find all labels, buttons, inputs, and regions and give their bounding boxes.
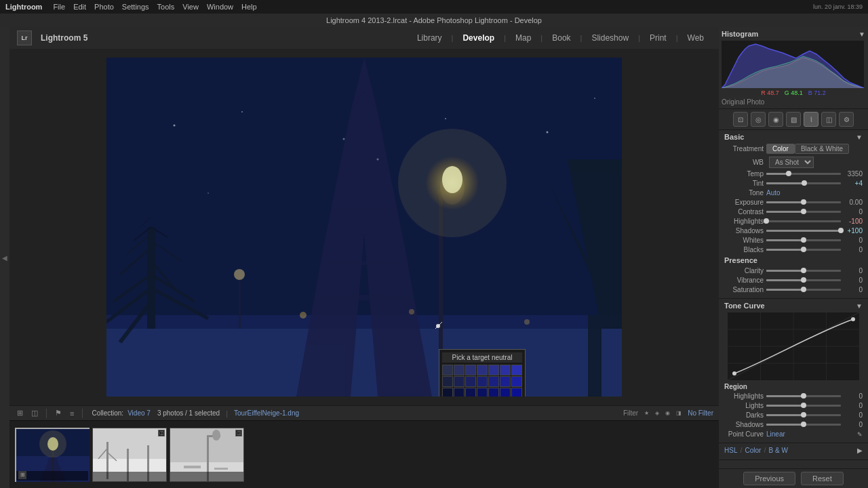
color-btn[interactable]: Color: [766, 144, 795, 154]
picker-grid[interactable]: [442, 365, 522, 396]
picker-cell[interactable]: [477, 365, 488, 375]
tool-hsl[interactable]: ◫: [821, 112, 836, 127]
system-status: lun. 20 janv. 18:39: [813, 3, 863, 10]
tone-curve-canvas[interactable]: [728, 312, 859, 380]
tool-curve[interactable]: ⌇: [804, 112, 818, 127]
picker-cell[interactable]: [500, 365, 511, 375]
nav-print[interactable]: Print: [643, 30, 673, 45]
toolbar-sort-icon[interactable]: ≡: [68, 409, 76, 418]
tool-gradient[interactable]: ▨: [786, 112, 801, 127]
collection-name[interactable]: Video 7: [127, 409, 151, 417]
filmstrip-thumb-2[interactable]: ◫: [92, 428, 167, 482]
point-curve-edit-icon[interactable]: ✎: [857, 431, 863, 438]
hsl-section-header[interactable]: HSL / Color / B & W ▶: [724, 446, 863, 454]
nav-web[interactable]: Web: [681, 30, 711, 45]
region-highlights-label: Highlights: [724, 392, 764, 400]
filter-icon-1[interactable]: ★: [642, 409, 651, 417]
shadows-slider[interactable]: [766, 230, 841, 232]
menu-file[interactable]: File: [53, 3, 65, 11]
menu-help[interactable]: Help: [241, 3, 257, 11]
bw-btn[interactable]: Black & White: [795, 144, 849, 154]
nav-slideshow[interactable]: Slideshow: [585, 30, 635, 45]
picker-cell[interactable]: [500, 376, 511, 387]
tone-auto-btn[interactable]: Auto: [766, 189, 863, 197]
whites-slider[interactable]: [766, 239, 841, 241]
app-name-menu[interactable]: Lightroom: [5, 3, 42, 11]
menu-tools[interactable]: Tools: [157, 3, 175, 11]
picker-cell[interactable]: [465, 388, 476, 396]
vibrance-slider[interactable]: [766, 279, 841, 281]
picker-cell[interactable]: [500, 388, 511, 396]
picker-cell[interactable]: [488, 376, 499, 387]
region-darks-value: 0: [844, 411, 863, 419]
folder-name[interactable]: TourEiffelNeige-1.dng: [234, 409, 299, 417]
exposure-slider[interactable]: [766, 201, 841, 203]
picker-cell[interactable]: [442, 365, 453, 375]
hsl-label[interactable]: HSL: [724, 447, 737, 454]
tint-slider[interactable]: [766, 182, 841, 184]
wb-select[interactable]: As Shot: [769, 157, 814, 168]
previous-btn[interactable]: Previous: [743, 472, 795, 485]
nav-book[interactable]: Book: [545, 30, 577, 45]
filmstrip-thumb-3[interactable]: ◫: [170, 428, 244, 482]
nav-library[interactable]: Library: [410, 30, 449, 45]
temp-slider[interactable]: [766, 173, 841, 175]
picker-cell[interactable]: [442, 388, 453, 396]
histogram-canvas: [722, 41, 864, 88]
left-panel-toggle[interactable]: ◀: [0, 27, 9, 488]
blacks-slider[interactable]: [766, 249, 841, 251]
point-curve-value[interactable]: Linear: [766, 430, 785, 438]
saturation-value: 0: [844, 286, 863, 293]
picker-cell[interactable]: [511, 365, 522, 375]
saturation-slider[interactable]: [766, 289, 841, 291]
thumb-2-bottom: [93, 472, 166, 481]
menu-photo[interactable]: Photo: [94, 3, 114, 11]
highlights-slider[interactable]: [766, 220, 841, 222]
picker-cell[interactable]: [477, 388, 488, 396]
menu-window[interactable]: Window: [207, 3, 233, 11]
tone-curve-header[interactable]: Tone Curve ▼: [724, 302, 863, 310]
lr-logo: Lr: [15, 28, 34, 47]
picker-cell[interactable]: [488, 388, 499, 396]
toolbar-sep-1: [46, 409, 47, 418]
toolbar-loupe-icon[interactable]: ◫: [29, 408, 40, 418]
toolbar-flag-icon[interactable]: ⚑: [53, 408, 64, 418]
menu-view[interactable]: View: [182, 3, 199, 11]
menu-edit[interactable]: Edit: [73, 3, 86, 11]
menu-settings[interactable]: Settings: [122, 3, 149, 11]
region-shadows-slider[interactable]: [766, 424, 841, 426]
picker-cell[interactable]: [488, 365, 499, 375]
filter-icon-3[interactable]: ◉: [663, 409, 672, 417]
clarity-slider[interactable]: [766, 270, 841, 272]
toolbar-grid-icon[interactable]: ⊞: [15, 408, 25, 418]
picker-cell[interactable]: [511, 388, 522, 396]
region-highlights-slider[interactable]: [766, 395, 841, 397]
picker-cell[interactable]: [454, 388, 465, 396]
picker-cell[interactable]: [465, 376, 476, 387]
tool-redeye[interactable]: ◉: [768, 112, 783, 127]
color-tab-label[interactable]: Color: [745, 447, 762, 454]
filter-value[interactable]: No Filter: [688, 409, 713, 417]
histogram-expand-icon[interactable]: ▼: [859, 30, 865, 38]
region-darks-slider[interactable]: [766, 414, 841, 416]
tool-settings[interactable]: ⚙: [839, 112, 854, 127]
picker-cell[interactable]: [511, 376, 522, 387]
contrast-slider[interactable]: [766, 211, 841, 213]
reset-btn[interactable]: Reset: [801, 472, 844, 485]
tool-spot[interactable]: ◎: [751, 112, 766, 127]
nav-map[interactable]: Map: [509, 30, 538, 45]
filter-icon-2[interactable]: ◈: [653, 409, 661, 417]
picker-cell[interactable]: [442, 376, 453, 387]
picker-cell[interactable]: [477, 376, 488, 387]
picker-cell[interactable]: [454, 376, 465, 387]
picker-cell[interactable]: [465, 365, 476, 375]
region-lights-slider[interactable]: [766, 405, 841, 407]
picker-cell[interactable]: [454, 365, 465, 375]
bw-tab-label[interactable]: B & W: [768, 447, 787, 454]
filter-icon-4[interactable]: ◨: [674, 409, 684, 417]
saturation-row: Saturation 0: [724, 286, 863, 293]
tool-crop[interactable]: ⊡: [733, 112, 748, 127]
basic-section-header[interactable]: Basic ▼: [724, 133, 863, 141]
nav-develop[interactable]: Develop: [456, 30, 501, 45]
filmstrip-thumb-1[interactable]: ⊞: [15, 428, 90, 482]
